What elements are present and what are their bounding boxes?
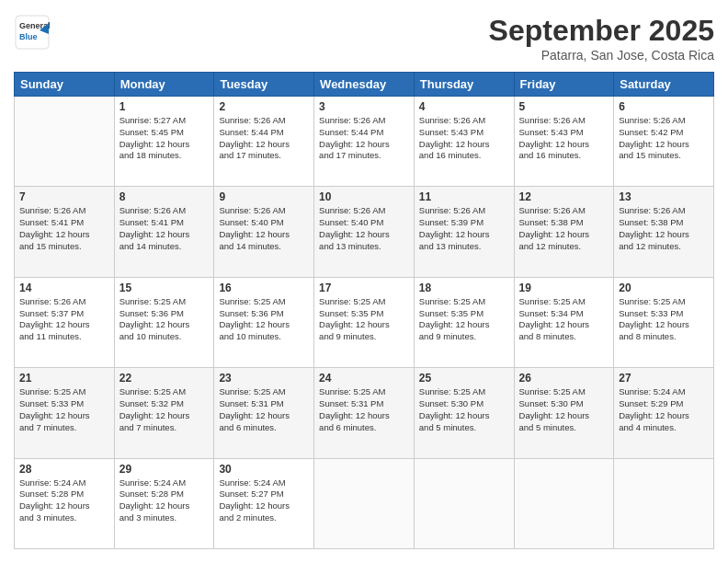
weekday-header: Friday bbox=[514, 73, 614, 97]
calendar-week-row: 21Sunrise: 5:25 AM Sunset: 5:33 PM Dayli… bbox=[15, 368, 714, 458]
day-info: Sunrise: 5:26 AM Sunset: 5:38 PM Dayligh… bbox=[619, 205, 709, 252]
day-number: 8 bbox=[119, 190, 210, 203]
weekday-header: Tuesday bbox=[214, 73, 314, 97]
calendar-cell: 20Sunrise: 5:25 AM Sunset: 5:33 PM Dayli… bbox=[614, 277, 714, 367]
day-number: 17 bbox=[319, 282, 409, 294]
day-info: Sunrise: 5:26 AM Sunset: 5:40 PM Dayligh… bbox=[319, 205, 409, 252]
day-info: Sunrise: 5:26 AM Sunset: 5:43 PM Dayligh… bbox=[419, 115, 509, 162]
day-number: 18 bbox=[419, 282, 509, 294]
calendar-cell: 25Sunrise: 5:25 AM Sunset: 5:30 PM Dayli… bbox=[414, 368, 514, 458]
day-info: Sunrise: 5:26 AM Sunset: 5:39 PM Dayligh… bbox=[419, 205, 509, 252]
calendar-week-row: 28Sunrise: 5:24 AM Sunset: 5:28 PM Dayli… bbox=[15, 458, 714, 548]
day-info: Sunrise: 5:25 AM Sunset: 5:36 PM Dayligh… bbox=[219, 296, 309, 343]
day-number: 9 bbox=[219, 190, 309, 203]
calendar-cell: 15Sunrise: 5:25 AM Sunset: 5:36 PM Dayli… bbox=[114, 277, 214, 367]
day-number: 25 bbox=[419, 372, 509, 385]
day-number: 6 bbox=[619, 100, 709, 113]
day-number: 12 bbox=[519, 190, 609, 203]
weekday-header: Monday bbox=[114, 73, 214, 97]
calendar-cell bbox=[314, 458, 415, 548]
day-info: Sunrise: 5:25 AM Sunset: 5:31 PM Dayligh… bbox=[319, 386, 409, 433]
day-info: Sunrise: 5:24 AM Sunset: 5:29 PM Dayligh… bbox=[619, 386, 709, 433]
calendar: SundayMondayTuesdayWednesdayThursdayFrid… bbox=[14, 72, 714, 549]
day-number: 30 bbox=[219, 463, 309, 476]
day-number: 5 bbox=[519, 100, 609, 113]
calendar-cell: 23Sunrise: 5:25 AM Sunset: 5:31 PM Dayli… bbox=[214, 368, 314, 458]
calendar-cell: 9Sunrise: 5:26 AM Sunset: 5:40 PM Daylig… bbox=[214, 187, 314, 277]
logo: General Blue bbox=[14, 14, 51, 54]
svg-text:Blue: Blue bbox=[19, 32, 38, 41]
day-number: 3 bbox=[319, 100, 409, 113]
day-info: Sunrise: 5:26 AM Sunset: 5:43 PM Dayligh… bbox=[519, 115, 609, 162]
day-info: Sunrise: 5:24 AM Sunset: 5:28 PM Dayligh… bbox=[19, 477, 109, 524]
day-number: 1 bbox=[119, 100, 210, 113]
calendar-cell: 8Sunrise: 5:26 AM Sunset: 5:41 PM Daylig… bbox=[114, 187, 214, 277]
day-number: 13 bbox=[619, 190, 709, 203]
day-info: Sunrise: 5:27 AM Sunset: 5:45 PM Dayligh… bbox=[119, 115, 210, 162]
calendar-cell: 18Sunrise: 5:25 AM Sunset: 5:35 PM Dayli… bbox=[414, 277, 514, 367]
day-info: Sunrise: 5:25 AM Sunset: 5:34 PM Dayligh… bbox=[519, 296, 609, 343]
day-number: 23 bbox=[219, 372, 309, 385]
calendar-cell: 28Sunrise: 5:24 AM Sunset: 5:28 PM Dayli… bbox=[15, 458, 115, 548]
day-number: 19 bbox=[519, 282, 609, 294]
calendar-cell: 4Sunrise: 5:26 AM Sunset: 5:43 PM Daylig… bbox=[414, 97, 514, 187]
calendar-cell: 10Sunrise: 5:26 AM Sunset: 5:40 PM Dayli… bbox=[314, 187, 415, 277]
day-info: Sunrise: 5:26 AM Sunset: 5:37 PM Dayligh… bbox=[19, 296, 109, 343]
day-number: 28 bbox=[19, 463, 109, 476]
calendar-cell bbox=[414, 458, 514, 548]
day-number: 16 bbox=[219, 282, 309, 294]
day-number: 20 bbox=[619, 282, 709, 294]
calendar-cell: 26Sunrise: 5:25 AM Sunset: 5:30 PM Dayli… bbox=[514, 368, 614, 458]
calendar-cell: 27Sunrise: 5:24 AM Sunset: 5:29 PM Dayli… bbox=[614, 368, 714, 458]
calendar-cell bbox=[15, 97, 115, 187]
day-info: Sunrise: 5:25 AM Sunset: 5:30 PM Dayligh… bbox=[419, 386, 509, 433]
day-number: 10 bbox=[319, 190, 409, 203]
calendar-cell: 2Sunrise: 5:26 AM Sunset: 5:44 PM Daylig… bbox=[214, 97, 314, 187]
calendar-cell: 21Sunrise: 5:25 AM Sunset: 5:33 PM Dayli… bbox=[15, 368, 115, 458]
weekday-header: Wednesday bbox=[314, 73, 415, 97]
day-info: Sunrise: 5:25 AM Sunset: 5:33 PM Dayligh… bbox=[19, 386, 109, 433]
day-info: Sunrise: 5:26 AM Sunset: 5:44 PM Dayligh… bbox=[219, 115, 309, 162]
day-info: Sunrise: 5:26 AM Sunset: 5:40 PM Dayligh… bbox=[219, 205, 309, 252]
calendar-cell: 7Sunrise: 5:26 AM Sunset: 5:41 PM Daylig… bbox=[15, 187, 115, 277]
day-number: 14 bbox=[19, 282, 109, 294]
day-number: 21 bbox=[19, 372, 109, 385]
day-number: 2 bbox=[219, 100, 309, 113]
calendar-cell: 3Sunrise: 5:26 AM Sunset: 5:44 PM Daylig… bbox=[314, 97, 415, 187]
calendar-cell: 6Sunrise: 5:26 AM Sunset: 5:42 PM Daylig… bbox=[614, 97, 714, 187]
calendar-week-row: 14Sunrise: 5:26 AM Sunset: 5:37 PM Dayli… bbox=[15, 277, 714, 367]
calendar-cell: 29Sunrise: 5:24 AM Sunset: 5:28 PM Dayli… bbox=[114, 458, 214, 548]
day-number: 15 bbox=[119, 282, 210, 294]
calendar-cell: 12Sunrise: 5:26 AM Sunset: 5:38 PM Dayli… bbox=[514, 187, 614, 277]
calendar-cell: 24Sunrise: 5:25 AM Sunset: 5:31 PM Dayli… bbox=[314, 368, 415, 458]
calendar-cell: 5Sunrise: 5:26 AM Sunset: 5:43 PM Daylig… bbox=[514, 97, 614, 187]
day-info: Sunrise: 5:26 AM Sunset: 5:44 PM Dayligh… bbox=[319, 115, 409, 162]
location: Patarra, San Jose, Costa Rica bbox=[489, 48, 714, 63]
day-info: Sunrise: 5:26 AM Sunset: 5:38 PM Dayligh… bbox=[519, 205, 609, 252]
day-info: Sunrise: 5:25 AM Sunset: 5:30 PM Dayligh… bbox=[519, 386, 609, 433]
day-info: Sunrise: 5:25 AM Sunset: 5:35 PM Dayligh… bbox=[419, 296, 509, 343]
calendar-cell: 16Sunrise: 5:25 AM Sunset: 5:36 PM Dayli… bbox=[214, 277, 314, 367]
day-number: 24 bbox=[319, 372, 409, 385]
day-number: 4 bbox=[419, 100, 509, 113]
calendar-cell: 19Sunrise: 5:25 AM Sunset: 5:34 PM Dayli… bbox=[514, 277, 614, 367]
calendar-cell: 30Sunrise: 5:24 AM Sunset: 5:27 PM Dayli… bbox=[214, 458, 314, 548]
day-info: Sunrise: 5:25 AM Sunset: 5:31 PM Dayligh… bbox=[219, 386, 309, 433]
calendar-cell: 13Sunrise: 5:26 AM Sunset: 5:38 PM Dayli… bbox=[614, 187, 714, 277]
day-number: 7 bbox=[19, 190, 109, 203]
day-number: 11 bbox=[419, 190, 509, 203]
calendar-week-row: 1Sunrise: 5:27 AM Sunset: 5:45 PM Daylig… bbox=[15, 97, 714, 187]
header: General Blue September 2025 Patarra, San… bbox=[14, 14, 714, 63]
calendar-cell: 22Sunrise: 5:25 AM Sunset: 5:32 PM Dayli… bbox=[114, 368, 214, 458]
day-info: Sunrise: 5:25 AM Sunset: 5:32 PM Dayligh… bbox=[119, 386, 210, 433]
weekday-header-row: SundayMondayTuesdayWednesdayThursdayFrid… bbox=[15, 73, 714, 97]
calendar-cell: 1Sunrise: 5:27 AM Sunset: 5:45 PM Daylig… bbox=[114, 97, 214, 187]
logo-icon: General Blue bbox=[14, 14, 51, 51]
calendar-cell: 11Sunrise: 5:26 AM Sunset: 5:39 PM Dayli… bbox=[414, 187, 514, 277]
calendar-cell: 17Sunrise: 5:25 AM Sunset: 5:35 PM Dayli… bbox=[314, 277, 415, 367]
title-section: September 2025 Patarra, San Jose, Costa … bbox=[489, 14, 714, 63]
weekday-header: Saturday bbox=[614, 73, 714, 97]
day-info: Sunrise: 5:24 AM Sunset: 5:28 PM Dayligh… bbox=[119, 477, 210, 524]
weekday-header: Thursday bbox=[414, 73, 514, 97]
calendar-cell bbox=[614, 458, 714, 548]
